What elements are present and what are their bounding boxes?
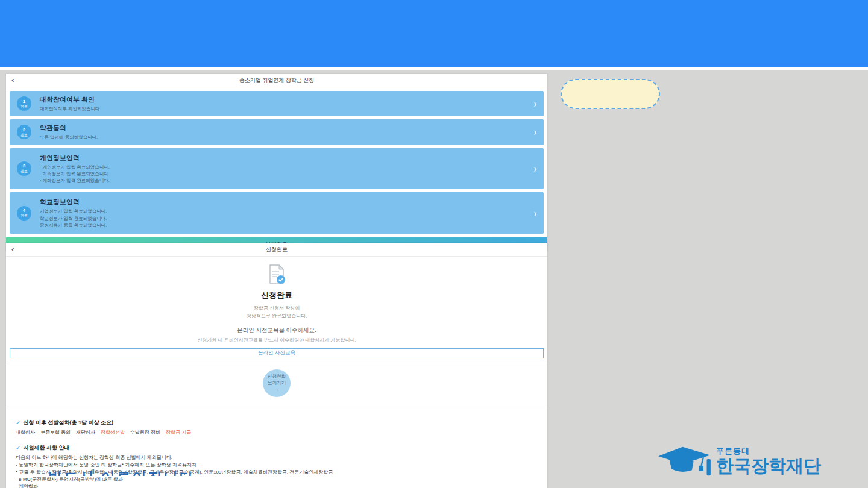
section-restrictions: ✓ 지원제한 사항 안내 다음의 어느 하나에 해당하는 신청자는 장학생 최종… <box>16 444 538 488</box>
step-title: 약관동의 <box>40 124 98 133</box>
step-number: 2 <box>23 128 25 133</box>
step-title: 학교정보입력 <box>40 198 107 207</box>
step-status: 완료 <box>20 105 28 108</box>
step-badge: 4 완료 <box>17 206 31 221</box>
status-circle-label: 보러가기 <box>268 380 286 386</box>
edu-title: 온라인 사전교육을 이수하세요. <box>6 327 547 334</box>
logo-name: 한국장학재단 <box>716 457 821 475</box>
top-banner <box>0 0 868 67</box>
online-education-button[interactable]: 온라인 사전교육 <box>10 348 544 358</box>
procedure-flow: 대학심사 – 보증보험 동의 – 재단심사 – 장학생선발 – 수납원장 정비 … <box>16 429 538 436</box>
step-card-university-check[interactable]: 1 완료 대학참여여부 확인 대학참여여부 확인되었습니다. › <box>10 91 544 116</box>
step-badge: 2 완료 <box>17 125 31 139</box>
back-icon[interactable]: ‹ <box>11 75 14 85</box>
section-heading: 신청 이후 선발절차(총 1달 이상 소요) <box>23 419 113 427</box>
step-card-school-info[interactable]: 4 완료 학교정보입력 기업정보가 입력 완료되었습니다. 학교정보가 입력 완… <box>10 192 544 234</box>
arrow-right-icon: → <box>274 387 279 392</box>
step-badge: 1 완료 <box>17 96 31 111</box>
highlight-annotation-pill <box>561 79 660 109</box>
result-line: 정상적으로 완료되었습니다. <box>6 313 547 321</box>
step-desc: 모든 약관에 동의하였습니다. <box>40 134 98 140</box>
application-panel-header: ‹ 중소기업 취업연계 장학금 신청 <box>6 74 547 87</box>
step-desc: 대학참여여부 확인되었습니다. <box>40 105 101 112</box>
restriction-line: - 동일학기 한국장학재단에서 운영 중인 타 장학금* 기수혜자 또는 장학생… <box>16 461 538 469</box>
result-title: 신청완료 <box>6 290 547 301</box>
flow-text: – 수납원장 정비 – <box>125 430 166 435</box>
chevron-right-icon: › <box>534 98 536 110</box>
step-desc: · 개인정보가 입력 완료되었습니다. <box>40 164 110 170</box>
flow-text: 대학심사 – 보증보험 동의 – 재단심사 – <box>16 430 101 435</box>
flow-text-highlight: 장학금 지급 <box>166 430 191 435</box>
step-desc: · 가족정보가 입력 완료되었습니다. <box>40 170 110 177</box>
step-desc: 기업정보가 입력 완료되었습니다. <box>40 208 107 214</box>
restriction-line: 다음의 어느 하나에 해당하는 신청자는 장학생 최종 선발에서 제외됩니다. <box>16 454 538 461</box>
kosaf-logo: 푸른등대 한국장학재단 <box>657 446 821 480</box>
step-number: 1 <box>23 99 25 104</box>
step-number: 3 <box>23 164 25 169</box>
page-title: 중소기업 취업연계 장학금 신청 <box>239 77 315 84</box>
step-title: 대학참여여부 확인 <box>40 95 101 104</box>
banner-divider <box>0 67 868 70</box>
view-status-button[interactable]: 신청현황 보러가기 → <box>263 369 291 397</box>
step-card-terms-agree[interactable]: 2 완료 약관동의 모든 약관에 동의하였습니다. › <box>10 119 544 145</box>
step-status: 완료 <box>20 214 28 217</box>
complete-panel-header: ‹ 신청완료 <box>6 243 547 257</box>
steps-list: 1 완료 대학참여여부 확인 대학참여여부 확인되었습니다. › 2 완료 약관… <box>6 87 547 237</box>
chevron-right-icon: › <box>534 162 536 175</box>
application-steps-panel: ‹ 중소기업 취업연계 장학금 신청 1 완료 대학참여여부 확인 대학참여여부… <box>6 74 547 252</box>
logo-tagline: 푸른등대 <box>716 446 821 457</box>
document-check-icon <box>6 257 547 287</box>
section-selection-procedure: ✓ 신청 이후 선발절차(총 1달 이상 소요) 대학심사 – 보증보험 동의 … <box>16 419 538 436</box>
step-desc: · 계좌정보가 입력 완료되었습니다. <box>40 177 110 184</box>
step-status: 완료 <box>20 133 28 137</box>
application-complete-panel: ‹ 신청완료 신청완료 장학금 신청서 작성이 정상적으로 완료되었습니다. 온… <box>6 243 547 488</box>
back-icon[interactable]: ‹ <box>11 245 14 254</box>
step-number: 4 <box>23 208 25 213</box>
page-title: 신청완료 <box>266 246 288 254</box>
step-title: 개인정보입력 <box>40 154 110 163</box>
result-line: 장학금 신청서 작성이 <box>6 305 547 313</box>
chevron-right-icon: › <box>534 126 536 139</box>
restriction-line: - e-MU(군전문학사) 운영지침(국방부)에 따른 학과 <box>16 476 538 483</box>
step-badge: 3 완료 <box>17 161 31 176</box>
section-heading: 지원제한 사항 안내 <box>23 444 69 452</box>
chevron-right-icon: › <box>534 207 536 219</box>
edu-note: 신청기한 내 온라인사전교육을 반드시 이수하여야 대학심사가 가능합니다. <box>6 337 547 343</box>
step-status: 완료 <box>20 169 28 173</box>
check-icon: ✓ <box>16 419 20 426</box>
check-icon: ✓ <box>16 445 20 451</box>
slogan-text-clipped: 반드시 이루어집니다 <box>48 468 277 476</box>
status-circle-label: 신청현황 <box>268 374 286 380</box>
step-card-personal-info[interactable]: 3 완료 개인정보입력 · 개인정보가 입력 완료되었습니다. · 가족정보가 … <box>10 148 544 190</box>
graduation-cap-icon <box>657 446 712 480</box>
step-desc: 학교정보가 입력 완료되었습니다. <box>40 215 107 222</box>
step-desc: 증빙서류가 등록 완료되었습니다. <box>40 222 107 228</box>
flow-text-highlight: 장학생선발 <box>101 430 125 435</box>
restriction-line: - 계약학과 <box>16 483 538 488</box>
